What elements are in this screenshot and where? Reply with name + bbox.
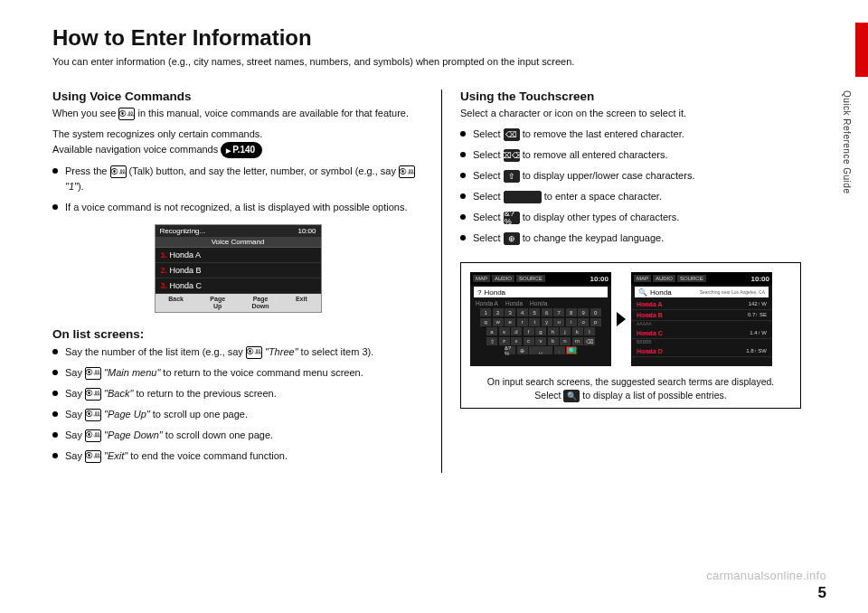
touch-bullet: Select ⇧ to display upper/lower case cha…	[460, 168, 801, 184]
screen-tab: AUDIO	[492, 275, 514, 282]
page-title: How to Enter Information	[52, 25, 825, 51]
shift-icon: ⇧	[504, 170, 520, 183]
result-row: Honda A142↑ W	[631, 299, 772, 310]
result-row: Honda B0.7↑ SE	[631, 310, 772, 321]
heading-list: On list screens:	[52, 327, 423, 341]
list-bullet: Say ⦿ꔛ "Back" to return to the previous …	[52, 386, 423, 401]
screen-tab: SOURCE	[677, 275, 706, 282]
search-icon: 🔍	[563, 390, 580, 402]
results-screenshot: MAP AUDIO SOURCE 10:00 🔍 HondaSearching …	[631, 272, 772, 366]
page-number: 5	[818, 584, 826, 602]
heading-voice: Using Voice Commands	[52, 90, 423, 103]
talk-icon: ⦿ꔛ	[118, 108, 135, 120]
talk-icon: ⦿ꔛ	[110, 165, 127, 178]
list-bullet: Say ⦿ꔛ "Page Up" to scroll up one page.	[52, 407, 423, 422]
talk-icon: ⦿ꔛ	[85, 450, 101, 463]
vc-item: 1. Honda A	[156, 248, 321, 263]
right-column: Using the Touchscreen Select a character…	[441, 90, 801, 473]
section-tab	[855, 23, 868, 77]
intro-text: You can enter information (e.g., city na…	[52, 54, 825, 70]
screen-tab: MAP	[473, 275, 490, 282]
vc-bar: Voice Command	[156, 237, 321, 248]
screen-tab: MAP	[634, 275, 651, 282]
talk-icon: ⦿ꔛ	[85, 388, 101, 401]
result-row: Honda C1.4↑ W	[631, 328, 772, 339]
figure-box: MAP AUDIO SOURCE 10:00 ? Honda Honda A H…	[460, 262, 801, 409]
list-bullet: Say the number of the list item (e.g., s…	[52, 344, 423, 360]
touch-bullet: Select to enter a space character.	[460, 189, 801, 204]
voice-p3: Available navigation voice commands P.14…	[52, 142, 423, 158]
screen-time: 10:00	[751, 275, 769, 283]
result-row: Honda D1.8↑ SW	[631, 346, 772, 357]
vc-status: Recognizing...	[160, 227, 206, 235]
vc-item: 2. Honda B	[156, 263, 321, 278]
side-label: Quick Reference Guide	[842, 90, 852, 193]
touch-bullet: Select ⊕ to change the keypad language.	[460, 231, 801, 246]
vc-time: 10:00	[297, 227, 316, 235]
keyboard-screenshot: MAP AUDIO SOURCE 10:00 ? Honda Honda A H…	[470, 272, 611, 366]
talk-icon: ⦿ꔛ	[85, 409, 101, 421]
vc-item: 3. Honda C	[156, 278, 321, 294]
voice-bullet-2: If a voice command is not recognized, a …	[52, 200, 423, 215]
voice-bullet-1: Press the ⦿ꔛ (Talk) button, and say the …	[52, 164, 423, 194]
arrow-icon	[617, 312, 626, 326]
list-bullet: Say ⦿ꔛ "Page Down" to scroll down one pa…	[52, 428, 423, 443]
touch-bullet: Select ⌫⌫ to remove all entered characte…	[460, 147, 801, 163]
page-ref-pill: P.140	[221, 142, 262, 158]
list-bullet: Say ⦿ꔛ "Main menu" to return to the voic…	[52, 365, 423, 381]
talk-icon: ⦿ꔛ	[399, 165, 415, 178]
talk-icon: ⦿ꔛ	[85, 367, 101, 380]
figure-caption: On input search screens, the suggested s…	[470, 375, 791, 402]
globe-icon: ⊕	[504, 232, 520, 245]
search-field: ? Honda	[474, 287, 608, 297]
watermark: carmanualsonline.info	[706, 569, 826, 582]
touch-intro: Select a character or icon on the screen…	[460, 106, 801, 121]
symbols-icon: &?%	[504, 212, 520, 224]
backspace-icon: ⌫	[504, 128, 520, 141]
voice-screenshot: Recognizing... 10:00 Voice Command 1. Ho…	[155, 224, 322, 312]
voice-p2: The system recognizes only certain comma…	[52, 127, 423, 142]
list-bullet: Say ⦿ꔛ "Exit" to end the voice command f…	[52, 448, 423, 464]
search-field: 🔍 HondaSearching near Los Angeles, CA	[635, 287, 769, 297]
suggestions-row: Honda A Honda Honda	[470, 299, 611, 307]
heading-touch: Using the Touchscreen	[460, 90, 801, 103]
space-icon	[504, 191, 542, 203]
screen-tab: SOURCE	[516, 275, 545, 282]
vc-bottom-bar: Back PageUp PageDown Exit	[156, 294, 321, 311]
clear-all-icon: ⌫⌫	[504, 149, 520, 162]
voice-p1: When you see ⦿ꔛ in this manual, voice co…	[52, 106, 423, 121]
talk-icon: ⦿ꔛ	[246, 346, 262, 359]
search-go-icon: 🔍	[566, 346, 577, 354]
screen-tab: AUDIO	[653, 275, 675, 282]
left-column: Using Voice Commands When you see ⦿ꔛ in …	[52, 90, 441, 473]
screen-time: 10:00	[590, 275, 609, 283]
touch-bullet: Select &?% to display other types of cha…	[460, 210, 801, 225]
talk-icon: ⦿ꔛ	[85, 429, 101, 442]
touch-bullet: Select ⌫ to remove the last entered char…	[460, 127, 801, 142]
